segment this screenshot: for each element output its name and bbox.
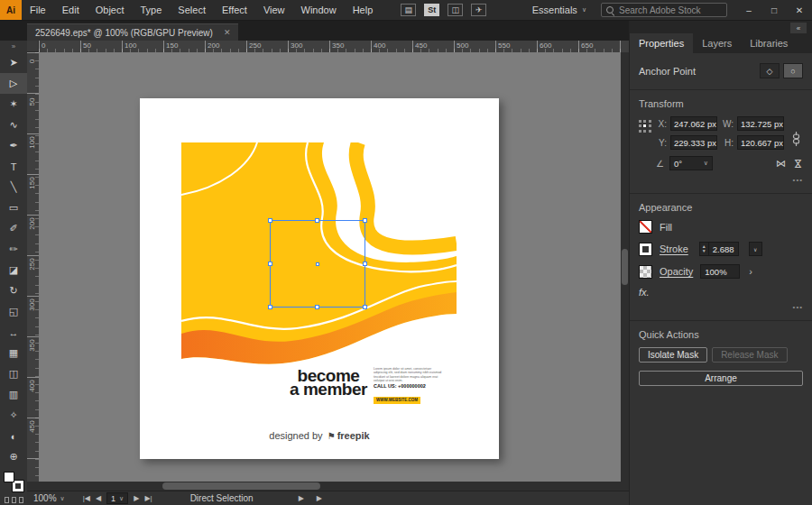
rotate-tool[interactable]: ↻ [0, 280, 27, 301]
blend-tool[interactable]: ◐ [0, 426, 27, 446]
selection-handle-s[interactable] [315, 305, 319, 309]
selection-tool[interactable]: ➤ [0, 52, 27, 73]
tab-libraries[interactable]: Libraries [741, 33, 797, 53]
menu-window[interactable]: Window [293, 0, 345, 20]
chevron-right-icon[interactable]: › [749, 266, 752, 277]
first-artboard-button[interactable]: |◀ [83, 494, 90, 502]
tab-properties[interactable]: Properties [630, 33, 693, 53]
x-input[interactable]: 247.062 px [670, 116, 717, 131]
convert-anchor-corner-icon[interactable]: ◇ [760, 63, 780, 78]
restore-button[interactable]: □ [761, 0, 787, 20]
gradient-tool[interactable]: ▥ [0, 384, 27, 405]
convert-anchor-smooth-icon[interactable]: ○ [783, 63, 803, 78]
lasso-tool[interactable]: ∿ [0, 115, 27, 135]
free-transform-tool[interactable]: ▦ [0, 343, 27, 363]
document-tab[interactable]: 2526649.eps* @ 100% (RGB/GPU Preview) ✕ [27, 23, 238, 41]
status-arrow-icon[interactable]: ▶ [299, 494, 304, 502]
reference-point-selector[interactable] [639, 120, 651, 133]
close-icon[interactable]: ✕ [224, 28, 231, 37]
eyedropper-tool[interactable]: ✧ [0, 405, 27, 426]
opacity-swatch[interactable] [639, 265, 652, 279]
close-button[interactable]: ✕ [787, 0, 812, 20]
stroke-label[interactable]: Stroke [660, 243, 688, 254]
menu-effect[interactable]: Effect [214, 0, 255, 20]
type-tool[interactable]: T [0, 156, 27, 177]
fill-stroke-swatches[interactable] [4, 472, 23, 491]
more-options-icon[interactable]: ••• [639, 176, 803, 184]
selection-handle-ne[interactable] [363, 218, 367, 223]
artboard-number-select[interactable]: 1 ∨ [106, 492, 128, 504]
vertical-scrollbar[interactable] [621, 52, 629, 482]
stock-icon[interactable]: St [424, 4, 439, 16]
menu-object[interactable]: Object [88, 0, 133, 20]
ruler-origin-corner[interactable] [27, 41, 39, 52]
menu-help[interactable]: Help [345, 0, 382, 20]
draw-mode-icons[interactable] [5, 497, 23, 503]
share-icon[interactable]: ✈ [471, 4, 486, 16]
shape-builder-tool[interactable]: ◫ [0, 363, 27, 384]
scale-tool[interactable]: ◱ [0, 301, 27, 322]
h-input[interactable]: 120.667 px [737, 135, 784, 150]
selection-handle-e[interactable] [363, 262, 367, 266]
fill-swatch-icon[interactable] [4, 472, 14, 482]
horizontal-scrollbar-thumb[interactable] [162, 482, 320, 490]
stroke-color-swatch[interactable] [639, 243, 652, 256]
selection-bounding-box[interactable] [270, 220, 365, 308]
effects-fx-button[interactable]: fx. [639, 287, 650, 298]
selection-handle-w[interactable] [268, 262, 272, 266]
vertical-scrollbar-thumb[interactable] [622, 249, 628, 285]
toolbar-collapse-icon[interactable]: » [12, 41, 15, 52]
layout-icon[interactable]: ◫ [448, 4, 463, 16]
bridge-icon[interactable]: ▤ [401, 4, 416, 16]
flip-vertical-icon[interactable]: ⋈ [792, 159, 804, 169]
status-arrow-icon[interactable]: ▶ [317, 494, 322, 502]
selection-center-point[interactable] [316, 262, 319, 266]
horizontal-scrollbar[interactable] [39, 482, 621, 491]
artboard[interactable]: become a member Lorem ipsum dolor sit am… [140, 98, 499, 459]
width-tool[interactable]: ↔ [0, 322, 27, 343]
rectangle-tool[interactable]: ▭ [0, 197, 27, 218]
menu-view[interactable]: View [255, 0, 293, 20]
release-mask-button[interactable]: Release Mask [712, 347, 787, 363]
canvas-viewport[interactable]: become a member Lorem ipsum dolor sit am… [39, 52, 621, 482]
flip-horizontal-icon[interactable]: ⋈ [776, 158, 786, 170]
stock-search[interactable] [601, 3, 727, 17]
w-input[interactable]: 132.725 px [737, 116, 784, 131]
opacity-select[interactable]: 100% [700, 264, 740, 279]
previous-artboard-button[interactable]: ◀ [96, 494, 101, 502]
next-artboard-button[interactable]: ▶ [134, 494, 139, 502]
y-input[interactable]: 229.333 px [670, 135, 717, 150]
menu-select[interactable]: Select [170, 0, 214, 20]
line-tool[interactable]: ╲ [0, 177, 27, 197]
eraser-tool[interactable]: ◪ [0, 260, 27, 280]
selection-handle-se[interactable] [363, 305, 367, 309]
fill-color-swatch[interactable] [639, 220, 652, 234]
stroke-weight-value[interactable]: 2.688 [709, 244, 738, 254]
zoom-tool[interactable]: ⊕ [0, 446, 27, 467]
more-options-icon[interactable]: ••• [639, 303, 803, 311]
minimize-button[interactable]: – [736, 0, 761, 20]
selection-handle-sw[interactable] [268, 305, 272, 309]
workspace-switcher[interactable]: Essentials ∨ [532, 5, 586, 15]
collapse-panels-icon[interactable]: « [790, 23, 807, 33]
menu-type[interactable]: Type [133, 0, 171, 20]
direct-selection-tool[interactable]: ▷ [0, 73, 27, 94]
tab-layers[interactable]: Layers [693, 33, 741, 53]
pencil-tool[interactable]: ✏ [0, 239, 27, 260]
isolate-mask-button[interactable]: Isolate Mask [639, 347, 707, 363]
stepper-down-icon[interactable]: ▼ [702, 249, 706, 253]
stroke-weight-dropdown-icon[interactable]: ∨ [749, 242, 762, 256]
menu-file[interactable]: File [22, 0, 54, 20]
selection-handle-n[interactable] [315, 218, 319, 223]
rotation-angle-select[interactable]: 0° ∨ [669, 156, 713, 170]
last-artboard-button[interactable]: ▶| [144, 494, 152, 502]
zoom-control[interactable]: 100% ∨ [33, 493, 65, 503]
stroke-weight-stepper[interactable]: ▲ ▼ 2.688 [699, 242, 739, 256]
opacity-label[interactable]: Opacity [660, 266, 693, 277]
paintbrush-tool[interactable]: ✐ [0, 218, 27, 239]
search-input[interactable] [619, 5, 738, 15]
arrange-button[interactable]: Arrange [639, 371, 803, 386]
pen-tool[interactable]: ✒ [0, 135, 27, 156]
menu-edit[interactable]: Edit [54, 0, 88, 20]
magic-wand-tool[interactable]: ✶ [0, 94, 27, 115]
